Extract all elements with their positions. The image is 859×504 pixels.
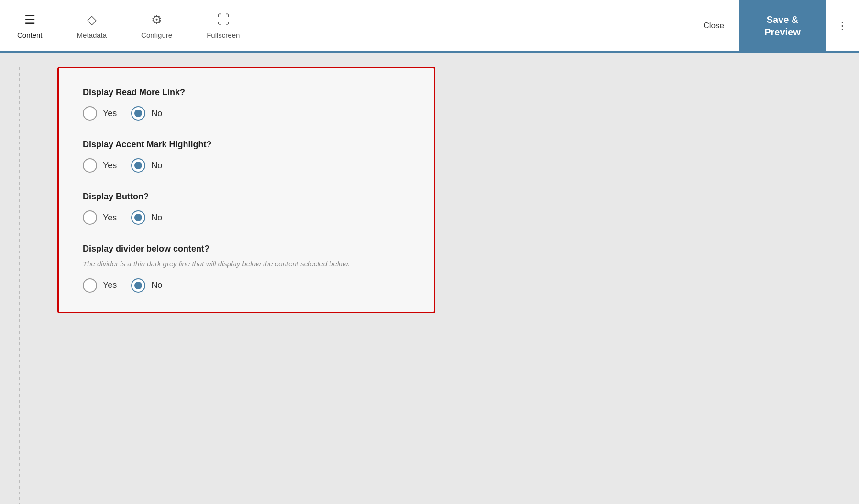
tab-content[interactable]: ☰ Content: [0, 0, 60, 53]
toolbar-spacer: [257, 0, 688, 51]
content-area: Display Read More Link? Yes No Display A…: [38, 62, 476, 504]
read-more-link-no-option[interactable]: No: [131, 106, 162, 121]
tab-configure-label: Configure: [141, 31, 172, 39]
button-no-radio[interactable]: [131, 210, 145, 225]
fullscreen-icon: ⛶: [217, 12, 230, 27]
form-section-read-more-link: Display Read More Link? Yes No: [83, 88, 410, 121]
button-radio-group: Yes No: [83, 210, 410, 225]
button-yes-label: Yes: [103, 213, 117, 223]
left-sidebar: [0, 62, 38, 504]
save-preview-button[interactable]: Save &Preview: [739, 0, 826, 51]
content-icon: ☰: [24, 12, 35, 27]
read-more-link-yes-radio[interactable]: [83, 106, 97, 121]
tab-fullscreen-label: Fullscreen: [207, 31, 240, 39]
accent-mark-label: Display Accent Mark Highlight?: [83, 140, 410, 150]
toolbar: ☰ Content ◇ Metadata ⚙ Configure ⛶ Fulls…: [0, 0, 859, 53]
more-options-button[interactable]: ⋮: [826, 0, 859, 51]
button-label: Display Button?: [83, 192, 410, 202]
form-card: Display Read More Link? Yes No Display A…: [57, 67, 435, 313]
button-no-label: No: [151, 213, 162, 223]
tab-fullscreen[interactable]: ⛶ Fullscreen: [189, 0, 257, 53]
form-section-divider: Display divider below content? The divid…: [83, 244, 410, 293]
divider-yes-radio[interactable]: [83, 278, 97, 293]
accent-mark-yes-option[interactable]: Yes: [83, 158, 117, 173]
read-more-link-no-radio[interactable]: [131, 106, 145, 121]
read-more-link-yes-option[interactable]: Yes: [83, 106, 117, 121]
divider-sublabel: The divider is a thin dark grey line tha…: [83, 259, 410, 270]
divider-label: Display divider below content?: [83, 244, 410, 254]
accent-mark-no-option[interactable]: No: [131, 158, 162, 173]
form-section-accent-mark: Display Accent Mark Highlight? Yes No: [83, 140, 410, 173]
button-yes-option[interactable]: Yes: [83, 210, 117, 225]
read-more-link-yes-label: Yes: [103, 109, 117, 119]
close-button[interactable]: Close: [688, 0, 739, 51]
tab-metadata-label: Metadata: [77, 31, 107, 39]
accent-mark-no-label: No: [151, 161, 162, 171]
main-content: Display Read More Link? Yes No Display A…: [0, 53, 859, 504]
form-section-button: Display Button? Yes No: [83, 192, 410, 225]
read-more-link-label: Display Read More Link?: [83, 88, 410, 98]
tab-content-label: Content: [17, 31, 43, 39]
divider-radio-group: Yes No: [83, 278, 410, 293]
accent-mark-yes-radio[interactable]: [83, 158, 97, 173]
read-more-link-no-label: No: [151, 109, 162, 119]
divider-yes-option[interactable]: Yes: [83, 278, 117, 293]
divider-no-option[interactable]: No: [131, 278, 162, 293]
tab-metadata[interactable]: ◇ Metadata: [60, 0, 124, 53]
sidebar-divider: [19, 67, 20, 504]
read-more-link-radio-group: Yes No: [83, 106, 410, 121]
divider-no-label: No: [151, 280, 162, 290]
accent-mark-yes-label: Yes: [103, 161, 117, 171]
accent-mark-radio-group: Yes No: [83, 158, 410, 173]
divider-yes-label: Yes: [103, 280, 117, 290]
accent-mark-no-radio[interactable]: [131, 158, 145, 173]
metadata-icon: ◇: [87, 12, 97, 27]
right-panel: [476, 62, 859, 504]
configure-icon: ⚙: [151, 12, 162, 27]
button-no-option[interactable]: No: [131, 210, 162, 225]
button-yes-radio[interactable]: [83, 210, 97, 225]
tab-configure[interactable]: ⚙ Configure: [124, 0, 189, 53]
divider-no-radio[interactable]: [131, 278, 145, 293]
